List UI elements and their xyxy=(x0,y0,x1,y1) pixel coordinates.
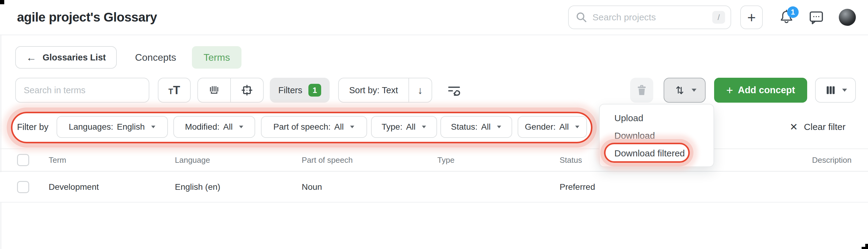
delete-selected-button[interactable] xyxy=(630,78,653,103)
menu-item-upload[interactable]: Upload xyxy=(600,109,713,127)
filter-name: Type: xyxy=(382,122,402,132)
add-concept-button[interactable]: + Add concept xyxy=(714,78,807,103)
filter-by-label: Filter by xyxy=(17,116,49,138)
new-project-button[interactable]: + xyxy=(740,5,763,29)
menu-item-download[interactable]: Download xyxy=(600,127,713,145)
tab-concepts[interactable]: Concepts xyxy=(135,52,176,63)
chevron-down-icon xyxy=(575,126,579,129)
column-header-language[interactable]: Language xyxy=(175,155,302,165)
match-case-icon: TT xyxy=(168,84,180,97)
clear-filter-button[interactable]: ✕ Clear filter xyxy=(789,116,845,138)
glossary-terms-page: agile project's Glossary / + 1 xyxy=(0,0,868,249)
filter-name: Modified: xyxy=(185,122,220,132)
search-options-group xyxy=(197,78,264,103)
arrow-down-icon: ↓ xyxy=(417,84,423,96)
project-search-input[interactable] xyxy=(592,12,712,23)
filter-value: All xyxy=(223,122,232,132)
glossary-nav-row: ← Glossaries List Concepts Terms xyxy=(15,46,856,69)
exact-match-button[interactable] xyxy=(230,78,263,102)
filters-label: Filters xyxy=(278,85,302,95)
match-whole-word-button[interactable] xyxy=(198,78,230,102)
column-header-description[interactable]: Description xyxy=(700,155,868,165)
clear-filter-label: Clear filter xyxy=(804,122,845,132)
column-header-term[interactable]: Term xyxy=(49,155,175,165)
filter-name: Languages: xyxy=(69,122,113,132)
whole-word-icon xyxy=(207,83,221,98)
menu-item-download-filtered[interactable]: Download filtered xyxy=(600,145,713,162)
upload-download-menu: Upload Download Download filtered xyxy=(599,104,714,167)
filter-name: Part of speech: xyxy=(273,122,331,132)
filter-name: Gender: xyxy=(525,122,556,132)
tab-terms[interactable]: Terms xyxy=(192,46,242,69)
user-avatar[interactable] xyxy=(839,9,856,26)
plus-icon: + xyxy=(726,84,733,97)
filter-value: English xyxy=(117,122,145,132)
chat-icon xyxy=(808,9,825,26)
close-icon: ✕ xyxy=(789,121,798,133)
sort-direction-button[interactable]: ↓ xyxy=(408,78,432,102)
chevron-down-icon xyxy=(151,126,155,129)
filter-value: All xyxy=(334,122,344,132)
back-arrow-icon: ← xyxy=(26,51,36,64)
select-all-checkbox[interactable] xyxy=(17,154,29,166)
row-checkbox[interactable] xyxy=(17,181,29,193)
filter-status-dropdown[interactable]: Status: All xyxy=(440,116,512,138)
wrap-lines-icon xyxy=(446,82,462,98)
selection-frame-icon xyxy=(240,83,254,98)
filter-name: Status: xyxy=(451,122,477,132)
notifications-button[interactable]: 1 xyxy=(779,9,795,26)
sort-by-label[interactable]: Sort by: Text xyxy=(339,78,408,102)
terms-search-input[interactable] xyxy=(24,85,141,95)
plus-icon: + xyxy=(747,9,756,26)
columns-icon xyxy=(824,83,837,97)
filter-languages-dropdown[interactable]: Languages: English xyxy=(57,116,168,138)
search-shortcut-chip: / xyxy=(712,11,725,24)
wrap-lines-button[interactable] xyxy=(445,82,463,99)
up-down-arrows-icon xyxy=(673,83,687,97)
cell-status: Preferred xyxy=(560,182,700,192)
corner-mark-top-left xyxy=(0,0,4,4)
cell-part-of-speech: Noun xyxy=(302,182,437,192)
filter-value: All xyxy=(481,122,491,132)
search-icon xyxy=(576,11,588,23)
chevron-down-icon xyxy=(497,126,501,129)
trash-icon xyxy=(634,83,649,98)
upload-download-menu-button[interactable] xyxy=(663,78,706,103)
project-search-box[interactable]: / xyxy=(568,5,731,29)
cell-language: English (en) xyxy=(175,182,302,192)
back-to-glossaries-button[interactable]: ← Glossaries List xyxy=(15,46,117,69)
chevron-down-icon xyxy=(422,126,426,129)
chevron-down-icon xyxy=(239,126,243,129)
filters-count-badge: 1 xyxy=(308,84,321,97)
filter-modified-dropdown[interactable]: Modified: All xyxy=(173,116,255,138)
filter-type-dropdown[interactable]: Type: All xyxy=(371,116,437,138)
filter-value: All xyxy=(559,122,569,132)
support-chat-button[interactable] xyxy=(808,9,825,26)
terms-search-box[interactable] xyxy=(15,78,149,103)
filter-value: All xyxy=(406,122,415,132)
match-case-button[interactable]: TT xyxy=(158,78,191,103)
table-row[interactable]: Development English (en) Noun Preferred xyxy=(0,172,868,203)
filter-part-of-speech-dropdown[interactable]: Part of speech: All xyxy=(261,116,367,138)
table-header: Term Language Part of speech Type Status… xyxy=(0,149,868,172)
terms-toolbar: TT xyxy=(15,78,856,103)
cell-term: Development xyxy=(49,182,175,192)
filter-bar: Filter by Languages: English Modified: A… xyxy=(0,116,868,138)
chevron-down-icon xyxy=(350,126,354,129)
filters-button[interactable]: Filters 1 xyxy=(270,78,330,103)
add-concept-label: Add concept xyxy=(738,85,795,96)
sort-button: Sort by: Text ↓ xyxy=(338,78,432,103)
notification-badge: 1 xyxy=(787,6,799,18)
column-header-part-of-speech[interactable]: Part of speech xyxy=(302,155,437,165)
page-title: agile project's Glossary xyxy=(17,10,157,25)
back-button-label: Glossaries List xyxy=(42,52,106,63)
corner-mark-bottom-right xyxy=(862,247,868,249)
chevron-down-icon xyxy=(842,89,847,92)
column-header-type[interactable]: Type xyxy=(437,155,560,165)
top-bar: agile project's Glossary / + 1 xyxy=(0,0,868,35)
chevron-down-icon xyxy=(691,89,696,92)
columns-visibility-button[interactable] xyxy=(815,78,856,103)
filter-gender-dropdown[interactable]: Gender: All xyxy=(518,116,587,138)
